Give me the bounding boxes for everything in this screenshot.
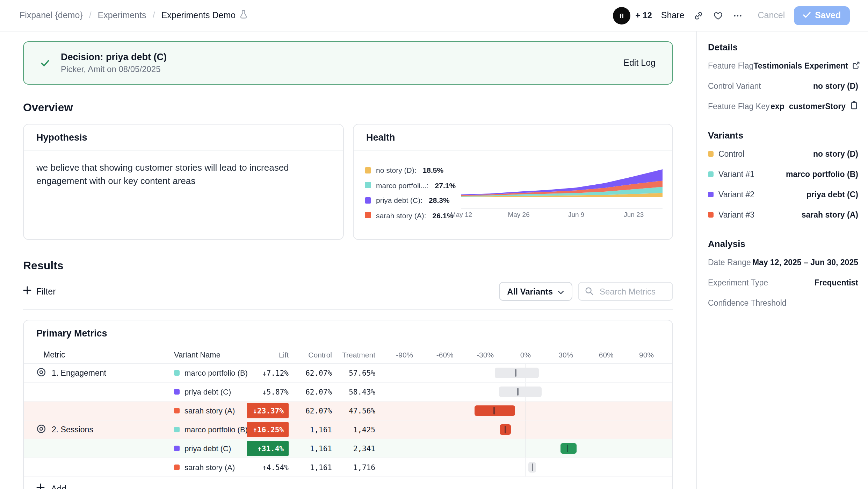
details-sidebar: Details Feature Flag Testimonials Experi… <box>696 31 868 489</box>
table-row[interactable]: 2. Sessions marco portfolio (B) ↑16.25% … <box>24 420 672 439</box>
confidence-interval-bar <box>388 383 658 401</box>
variant-color-swatch <box>365 197 371 203</box>
add-filter-button[interactable]: Filter <box>23 286 56 297</box>
control-value: 1,161 <box>289 463 332 472</box>
health-card: Health no story (D): 18.5% marco portfol… <box>353 124 673 240</box>
feature-flag-row: Feature Flag Testimonials Experiment <box>708 55 858 76</box>
breadcrumb-experiments[interactable]: Experiments <box>98 10 146 20</box>
variant-color-swatch <box>365 212 371 218</box>
table-row[interactable]: 1. Engagement marco portfolio (B) ↓7.12%… <box>24 364 672 383</box>
legend-item: priya debt (C): 28.3% <box>365 196 461 204</box>
variant-color-swatch <box>365 182 371 188</box>
table-row[interactable]: sarah story (A) ↓23.37% 62.07% 47.56% <box>24 402 672 420</box>
breadcrumb-separator: / <box>89 10 92 20</box>
chart-x-axis: May 12 May 26 Jun 9 Jun 23 <box>461 211 663 220</box>
metric-name: 1. Engagement <box>52 369 106 377</box>
hypothesis-card: Hypothesis we believe that showing custo… <box>23 124 344 240</box>
health-exposure-chart: May 12 May 26 Jun 9 Jun 23 <box>461 160 663 220</box>
table-body: 1. Engagement marco portfolio (B) ↓7.12%… <box>24 364 672 477</box>
avatar[interactable]: fl <box>613 7 630 24</box>
external-link-icon[interactable] <box>852 61 861 70</box>
confidence-interval-bar <box>388 458 658 476</box>
variants-dropdown[interactable]: All Variants <box>499 282 572 301</box>
feature-flag-key-row: Feature Flag Key exp_customerStory <box>708 96 858 116</box>
axis-tick-label: -30% <box>477 350 494 359</box>
search-metrics-input[interactable] <box>598 286 666 297</box>
variant-row: Control no story (D) <box>708 143 858 164</box>
share-button[interactable]: Share <box>661 10 685 20</box>
col-metric: Metric <box>36 350 174 359</box>
variant-color-swatch <box>174 465 180 470</box>
favorite-heart-icon[interactable] <box>713 10 723 21</box>
search-metrics-box[interactable] <box>578 282 673 301</box>
variant-color-swatch <box>365 167 371 173</box>
col-treatment: Treatment <box>332 350 375 359</box>
col-lift: Lift <box>247 346 289 363</box>
variants-heading: Variants <box>708 130 858 141</box>
lift-value: ↓7.12% <box>247 364 289 382</box>
flask-icon <box>239 10 248 21</box>
variant-name: sarah story (A) <box>185 463 235 472</box>
collaborators-count[interactable]: + 12 <box>635 10 652 20</box>
control-value: 62.07% <box>289 369 332 377</box>
saved-button[interactable]: Saved <box>794 6 850 25</box>
add-metric-button[interactable]: Add <box>24 477 672 489</box>
cancel-button[interactable]: Cancel <box>758 10 785 20</box>
breadcrumb-separator: / <box>153 10 155 20</box>
hypothesis-body: we believe that showing customer stories… <box>24 151 343 198</box>
chevron-down-icon <box>558 286 564 296</box>
top-bar: Fixpanel {demo} / Experiments / Experime… <box>0 0 868 31</box>
variant-color-swatch <box>174 446 180 451</box>
axis-tick-label: 0% <box>520 350 531 359</box>
top-actions: fl + 12 Share Cancel Saved <box>613 6 850 25</box>
primary-metrics-card: Primary Metrics Metric Variant Name Lift… <box>23 320 673 489</box>
lift-axis: -90% -60% -30% 0% 30% 60% 90% <box>388 346 658 363</box>
table-row[interactable]: sarah story (A) ↑4.54% 1,161 1,716 <box>24 458 672 477</box>
link-icon[interactable] <box>693 10 704 21</box>
variant-color-swatch <box>708 171 714 177</box>
variant-name: sarah story (A) <box>185 406 235 415</box>
more-options-icon[interactable] <box>732 10 743 21</box>
lift-badge-negative: ↑16.25% <box>247 422 289 437</box>
stacked-area-chart <box>461 165 663 208</box>
control-variant-row: Control Variant no story (D) <box>708 76 858 96</box>
variant-color-swatch <box>174 389 180 395</box>
variant-color-swatch <box>174 370 180 376</box>
treatment-value: 47.56% <box>332 406 375 415</box>
edit-log-button[interactable]: Edit Log <box>623 58 656 68</box>
control-value: 1,161 <box>289 425 332 434</box>
experiment-type-row: Experiment Type Frequentist <box>708 272 858 292</box>
breadcrumb-project[interactable]: Fixpanel {demo} <box>20 10 83 20</box>
check-icon <box>803 10 811 20</box>
axis-tick-label: 90% <box>639 350 654 359</box>
breadcrumb-current[interactable]: Experiments Demo <box>161 10 248 21</box>
plus-icon <box>23 286 31 297</box>
main-content: Decision: priya debt (C) Picker, Amit on… <box>0 31 696 489</box>
decision-banner: Decision: priya debt (C) Picker, Amit on… <box>23 41 673 85</box>
breadcrumb: Fixpanel {demo} / Experiments / Experime… <box>20 10 248 21</box>
details-heading: Details <box>708 42 858 52</box>
variant-row: Variant #3 sarah story (A) <box>708 204 858 225</box>
axis-tick-label: -90% <box>396 350 413 359</box>
variant-color-swatch <box>708 212 714 217</box>
confidence-interval-bar <box>388 364 658 382</box>
variant-color-swatch <box>708 191 714 197</box>
confidence-interval-bar <box>388 402 658 420</box>
table-row[interactable]: priya debt (C) ↓5.87% 62.07% 58.43% <box>24 383 672 402</box>
table-header: Metric Variant Name Lift Control Treatme… <box>24 346 672 364</box>
experiments-page: Fixpanel {demo} / Experiments / Experime… <box>0 0 868 489</box>
variant-color-swatch <box>174 427 180 432</box>
copy-clipboard-icon[interactable] <box>850 101 858 111</box>
variant-color-swatch <box>708 151 714 156</box>
target-icon <box>36 424 46 435</box>
feature-flag-value[interactable]: Testimonials Experiment <box>753 61 861 70</box>
treatment-value: 2,341 <box>332 444 375 453</box>
axis-tick-label: 60% <box>599 350 614 359</box>
variant-name: marco portfolio (B) <box>185 369 248 377</box>
confidence-interval-bar <box>388 420 658 439</box>
col-variant-name: Variant Name <box>174 350 247 359</box>
health-legend: no story (D): 18.5% marco portfoli...: 2… <box>365 160 461 220</box>
table-row[interactable]: priya debt (C) ↑31.4% 1,161 2,341 <box>24 439 672 458</box>
date-range-row: Date Range May 12, 2025 – Jun 30, 2025 <box>708 252 858 272</box>
results-heading: Results <box>23 260 673 272</box>
